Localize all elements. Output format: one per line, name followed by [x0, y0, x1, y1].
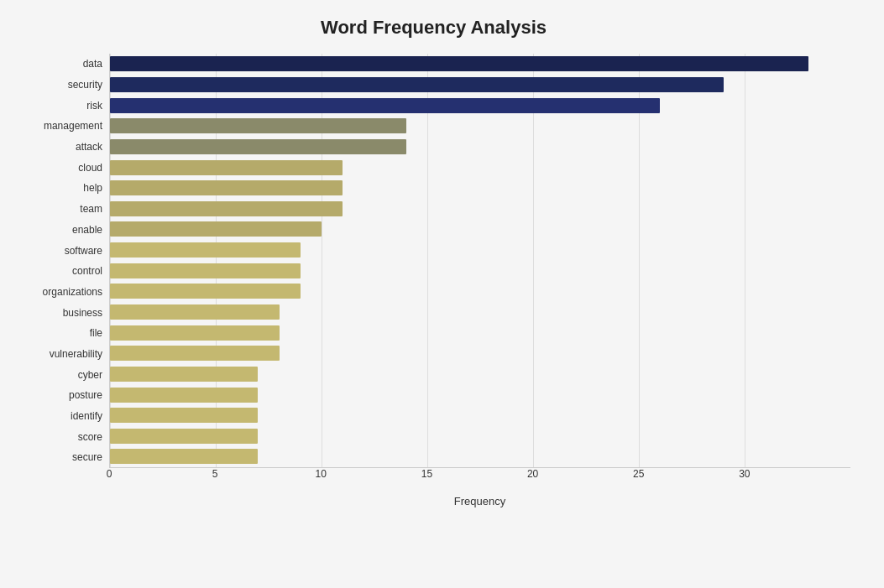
bar-row [110, 386, 850, 404]
bar [110, 284, 301, 299]
y-label: data [83, 59, 102, 69]
grid-lines [110, 54, 850, 467]
grid-line [110, 54, 111, 467]
bar-row [110, 200, 850, 218]
bar [110, 139, 406, 154]
bar [110, 449, 258, 464]
bar-row [110, 324, 850, 342]
x-tick: 30 [739, 468, 750, 480]
chart-title: Word Frequency Analysis [17, 17, 850, 39]
bar [110, 242, 301, 258]
bar-row [110, 406, 850, 424]
y-label: file [90, 328, 102, 338]
y-label: software [65, 246, 102, 256]
y-label: posture [69, 390, 102, 400]
bar [110, 160, 343, 175]
y-label: attack [76, 142, 102, 152]
bar-row [110, 55, 850, 73]
bar [110, 221, 322, 237]
y-label: help [83, 183, 102, 193]
chart-container: Word Frequency Analysis datasecurityrisk… [0, 0, 884, 588]
bar [110, 77, 724, 92]
y-label: secure [72, 452, 102, 462]
x-tick: 10 [316, 468, 327, 480]
bar-row [110, 220, 850, 238]
bar-row [110, 117, 850, 135]
y-label: cloud [78, 163, 102, 173]
y-label: enable [72, 225, 102, 235]
y-labels: datasecurityriskmanagementattackcloudhel… [17, 54, 109, 468]
bar [110, 367, 258, 382]
bar [110, 429, 258, 444]
y-label: organizations [43, 287, 102, 297]
bar [110, 325, 280, 341]
bar-row [110, 159, 850, 177]
y-label: security [68, 80, 102, 90]
bars-and-grid [109, 54, 850, 468]
y-label: team [80, 204, 102, 214]
bar [110, 118, 406, 133]
bar-row [110, 262, 850, 280]
x-axis: 051015202530 [109, 468, 850, 492]
y-label: control [72, 266, 102, 276]
bar [110, 388, 258, 403]
chart-area: datasecurityriskmanagementattackcloudhel… [17, 54, 850, 507]
x-tick: 5 [212, 468, 218, 480]
bar-row [110, 179, 850, 197]
y-label: score [78, 432, 102, 442]
bar-row [110, 282, 850, 300]
y-label: business [63, 308, 102, 318]
bar-row [110, 447, 850, 466]
bar-row [110, 344, 850, 362]
x-tick: 15 [421, 468, 432, 480]
x-tick: 20 [527, 468, 538, 480]
grid-line [639, 54, 640, 467]
bar [110, 180, 343, 195]
bar-row [110, 241, 850, 259]
bar [110, 56, 808, 71]
bar [110, 263, 301, 278]
bar-row [110, 427, 850, 445]
y-label: management [44, 121, 102, 131]
x-tick: 25 [633, 468, 644, 480]
bar [110, 201, 343, 216]
bar-row [110, 96, 850, 115]
x-tick: 0 [107, 468, 112, 480]
bar [110, 98, 660, 113]
bar [110, 408, 258, 423]
y-label: vulnerability [50, 349, 102, 359]
y-label: identify [71, 411, 102, 421]
grid-line [427, 54, 428, 467]
grid-line [745, 54, 745, 467]
bar-row [110, 138, 850, 156]
y-label: risk [86, 101, 102, 111]
bar [110, 346, 280, 361]
bar-row [110, 75, 850, 94]
bars-section: datasecurityriskmanagementattackcloudhel… [17, 54, 850, 468]
grid-line [322, 54, 322, 467]
bar-row [110, 365, 850, 383]
bar-row [110, 303, 850, 321]
grid-line [533, 54, 534, 467]
y-label: cyber [78, 370, 102, 380]
x-axis-label: Frequency [109, 495, 850, 507]
bar [110, 304, 280, 320]
grid-line [216, 54, 217, 467]
